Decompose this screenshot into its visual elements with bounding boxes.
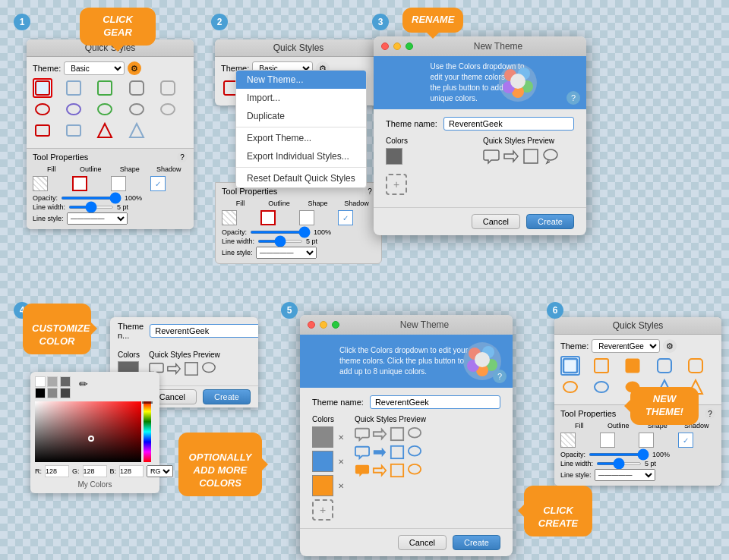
create-btn-5[interactable]: Create — [453, 535, 500, 550]
theme-name-input-3[interactable] — [443, 117, 574, 131]
menu-item-new-theme[interactable]: New Theme... — [236, 71, 366, 89]
remove-color-1[interactable]: ✕ — [338, 433, 347, 442]
add-color-btn-3[interactable]: + — [386, 174, 407, 195]
shape-cell-12[interactable] — [64, 121, 84, 140]
shape-6-3[interactable] — [623, 356, 642, 376]
theme-select-1[interactable]: Basic — [64, 61, 125, 75]
outline-box[interactable] — [72, 176, 87, 191]
shape-cell-3[interactable] — [95, 78, 115, 98]
shape-cell-5[interactable] — [158, 78, 178, 98]
cancel-btn-3[interactable]: Cancel — [472, 214, 520, 229]
outline-box-2[interactable] — [260, 210, 276, 225]
menu-item-export-individual[interactable]: Export Individual Styles... — [236, 147, 366, 165]
shape-cell-2[interactable] — [64, 78, 84, 98]
swatch-dgray[interactable] — [60, 388, 71, 398]
shape-box-2[interactable] — [299, 210, 314, 225]
shape-6-1[interactable] — [560, 356, 580, 376]
linewidth-slider-1[interactable] — [68, 206, 114, 209]
shape-cell-9[interactable] — [127, 99, 147, 119]
shape-cell-8[interactable] — [95, 99, 115, 119]
color-swatch-5-1[interactable] — [312, 426, 333, 448]
menu-item-export-theme[interactable]: Export Theme... — [236, 129, 366, 147]
traffic-light-yellow-5[interactable] — [320, 321, 327, 329]
eyedropper-btn[interactable]: ✏ — [76, 376, 91, 392]
traffic-light-red-3[interactable] — [381, 42, 389, 50]
theme-name-input-5[interactable] — [370, 395, 500, 409]
g-input[interactable] — [83, 465, 107, 477]
opacity-slider-6[interactable] — [589, 453, 649, 456]
gear-button-6[interactable]: ⚙ — [663, 339, 677, 353]
theme-name-input-4[interactable] — [150, 324, 258, 338]
linestyle-select-1[interactable]: ————— — [67, 212, 128, 225]
svg-rect-42 — [391, 464, 403, 477]
fill-box[interactable] — [33, 176, 48, 191]
create-btn-3[interactable]: Create — [526, 214, 574, 229]
traffic-light-green-5[interactable] — [332, 321, 339, 329]
hue-slider[interactable] — [144, 401, 151, 462]
linestyle-select-2[interactable]: ————— — [256, 247, 317, 259]
outline-box-6[interactable] — [600, 433, 615, 448]
menu-item-duplicate[interactable]: Duplicate — [236, 107, 366, 125]
shape-cell-6[interactable] — [33, 99, 52, 119]
shape-cell-selected[interactable] — [33, 78, 52, 98]
svg-marker-12 — [98, 124, 112, 137]
shape-6-7[interactable] — [592, 377, 611, 397]
cancel-btn-5[interactable]: Cancel — [398, 535, 447, 550]
remove-color-3[interactable]: ✕ — [338, 482, 347, 490]
swatch-mgray[interactable] — [47, 388, 58, 398]
linestyle-select-6[interactable]: ————— — [595, 469, 655, 481]
swatch-gray[interactable] — [60, 376, 71, 387]
shadow-box-6[interactable]: ✓ — [678, 433, 693, 448]
fill-box-2[interactable] — [222, 210, 237, 225]
shape-box-6[interactable] — [639, 433, 654, 448]
shape-6-5[interactable] — [686, 356, 705, 376]
svg-rect-47 — [658, 359, 671, 373]
shadow-box[interactable]: ✓ — [150, 176, 166, 191]
shape-cell-14[interactable] — [127, 121, 147, 140]
theme-select-6[interactable]: ReverentGeek — [592, 339, 660, 353]
shape-cell-7[interactable] — [64, 99, 84, 119]
gear-button-1[interactable]: ⚙ — [128, 61, 141, 75]
linewidth-slider-2[interactable] — [257, 240, 303, 243]
color-swatch-1[interactable] — [386, 148, 402, 165]
color-spectrum[interactable] — [35, 401, 141, 462]
color-swatch-5-2[interactable] — [312, 451, 333, 472]
dialog-5-title: New Theme — [344, 319, 505, 330]
remove-color-2[interactable]: ✕ — [338, 458, 347, 466]
svg-point-9 — [161, 104, 175, 115]
svg-rect-26 — [185, 363, 197, 375]
b-input[interactable] — [119, 465, 144, 477]
shape-cell-15[interactable] — [158, 121, 178, 140]
create-btn-4[interactable]: Create — [203, 389, 251, 404]
svg-marker-25 — [168, 364, 180, 374]
svg-rect-10 — [36, 125, 49, 136]
shape-cell-13[interactable] — [95, 121, 115, 140]
shape-cell-10[interactable] — [158, 99, 178, 119]
r-input[interactable] — [45, 465, 69, 477]
shape-6-6[interactable] — [560, 377, 580, 397]
swatch-white[interactable] — [35, 376, 46, 387]
swatch-black[interactable] — [35, 388, 46, 398]
opacity-slider-2[interactable] — [250, 231, 311, 234]
swatch-lgray[interactable] — [47, 376, 58, 387]
add-color-btn-5[interactable]: + — [312, 499, 333, 521]
linewidth-slider-6[interactable] — [596, 462, 642, 465]
traffic-light-yellow-3[interactable] — [393, 42, 401, 50]
shape-cell-11[interactable] — [33, 121, 52, 140]
traffic-light-red-5[interactable] — [308, 321, 315, 329]
svg-point-7 — [98, 104, 112, 115]
shape-6-2[interactable] — [592, 356, 611, 376]
opacity-slider-1[interactable] — [61, 197, 122, 200]
shadow-box-2[interactable]: ✓ — [338, 210, 353, 225]
fill-box-6[interactable] — [560, 433, 576, 448]
menu-item-import[interactable]: Import... — [236, 89, 366, 107]
color-mode-select[interactable]: RGB — [147, 465, 173, 477]
color-swatch-5-3[interactable] — [312, 475, 333, 496]
shape-box[interactable] — [111, 176, 126, 191]
traffic-light-green-3[interactable] — [406, 42, 413, 50]
shape-cell-4[interactable] — [127, 78, 147, 98]
help-button-3[interactable]: ? — [566, 91, 580, 105]
help-button-5[interactable]: ? — [493, 370, 507, 383]
shape-6-4[interactable] — [655, 356, 674, 376]
menu-item-reset[interactable]: Reset Default Quick Styles — [236, 169, 366, 187]
